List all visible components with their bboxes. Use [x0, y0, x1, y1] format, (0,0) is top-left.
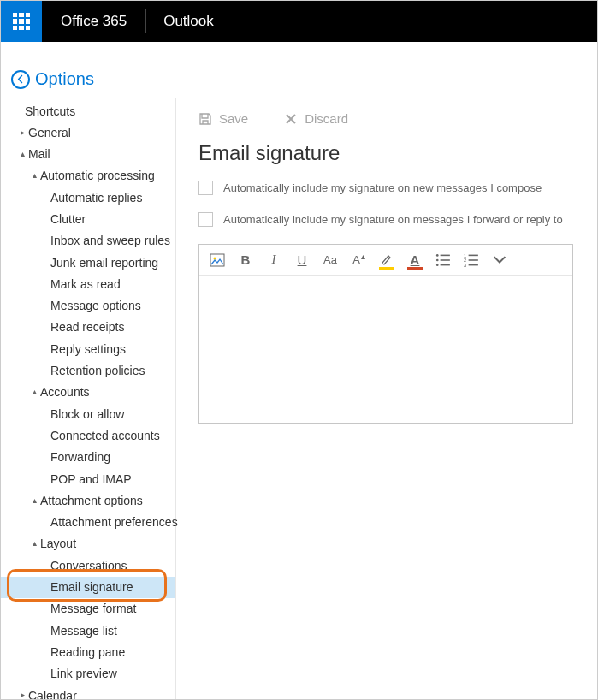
svg-point-4: [436, 258, 439, 261]
sidebar-group-accounts[interactable]: ▴Accounts: [1, 382, 175, 403]
underline-button[interactable]: U: [294, 252, 310, 268]
italic-button[interactable]: I: [266, 252, 281, 268]
sidebar-item-block-allow[interactable]: Block or allow: [1, 403, 175, 424]
svg-rect-0: [210, 254, 224, 266]
svg-point-1: [214, 257, 216, 259]
bullet-list-icon: [435, 252, 451, 268]
sidebar-item-clutter[interactable]: Clutter: [1, 208, 175, 229]
checkbox-label-forward: Automatically include my signature on me…: [223, 213, 563, 226]
svg-point-2: [436, 254, 439, 257]
save-icon: [198, 112, 212, 126]
top-bar: Office 365 Outlook: [1, 1, 597, 42]
sidebar-item-shortcuts[interactable]: Shortcuts: [1, 100, 175, 122]
waffle-icon: [13, 13, 30, 30]
svg-rect-7: [441, 264, 450, 265]
sidebar-item-calendar[interactable]: ▸Calendar: [1, 685, 175, 700]
svg-rect-3: [441, 254, 450, 256]
number-list-icon: 123: [464, 252, 479, 268]
sidebar-item-message-options[interactable]: Message options: [1, 295, 175, 317]
sidebar-item-inbox-sweep-rules[interactable]: Inbox and sweep rules: [1, 230, 175, 252]
image-icon: [210, 252, 225, 268]
app-name-label[interactable]: Outlook: [146, 13, 231, 30]
checkbox-include-new[interactable]: [198, 181, 213, 195]
close-icon: [284, 112, 298, 126]
sidebar-item-automatic-replies[interactable]: Automatic replies: [1, 187, 175, 208]
caret-down-icon: ▴: [30, 495, 38, 507]
sidebar-item-conversations[interactable]: Conversations: [1, 555, 175, 576]
sidebar-item-mail[interactable]: ▴Mail: [1, 144, 175, 165]
page-title: Email signature: [198, 141, 573, 181]
numbered-list-button[interactable]: 123: [464, 252, 479, 268]
editor-toolbar: B I U Aa A▴ A 123: [199, 245, 572, 276]
svg-rect-13: [469, 264, 478, 265]
discard-button[interactable]: Discard: [284, 111, 348, 126]
more-formatting-button[interactable]: [492, 252, 507, 268]
checkbox-include-forward[interactable]: [198, 212, 213, 227]
sidebar-item-reply-settings[interactable]: Reply settings: [1, 338, 175, 359]
chevron-down-icon: [492, 252, 507, 268]
svg-point-6: [436, 264, 439, 266]
sidebar-item-general[interactable]: ▸General: [1, 122, 175, 143]
content-pane: Save Discard Email signature Automatical…: [176, 98, 597, 700]
caret-right-icon: ▸: [18, 127, 27, 139]
sidebar-item-message-format[interactable]: Message format: [1, 598, 175, 620]
sidebar-item-read-receipts[interactable]: Read receipts: [1, 317, 175, 338]
highlight-icon: [380, 253, 394, 267]
sidebar-item-mark-as-read[interactable]: Mark as read: [1, 273, 175, 294]
sidebar-item-forwarding[interactable]: Forwarding: [1, 447, 175, 468]
sidebar-item-junk-email[interactable]: Junk email reporting: [1, 252, 175, 273]
options-back-link[interactable]: Options: [1, 42, 597, 98]
sidebar-item-pop-imap[interactable]: POP and IMAP: [1, 468, 175, 489]
caret-down-icon: ▴: [30, 386, 38, 399]
case-button[interactable]: Aa: [323, 252, 338, 268]
signature-editor: B I U Aa A▴ A 123: [198, 244, 573, 424]
svg-text:3: 3: [464, 262, 466, 267]
save-button[interactable]: Save: [198, 111, 248, 126]
insert-image-button[interactable]: [210, 252, 225, 268]
options-sidebar: Shortcuts ▸General ▴Mail ▴Automatic proc…: [1, 98, 176, 700]
sidebar-item-retention-policies[interactable]: Retention policies: [1, 360, 175, 382]
bold-button[interactable]: B: [238, 252, 253, 268]
highlight-button[interactable]: [379, 252, 394, 268]
back-arrow-icon: [11, 70, 30, 89]
checkbox-label-new: Automatically include my signature on ne…: [223, 181, 542, 194]
caret-down-icon: ▴: [18, 148, 27, 161]
sidebar-group-attachment-options[interactable]: ▴Attachment options: [1, 489, 175, 511]
font-color-button[interactable]: A: [407, 252, 423, 268]
sidebar-item-message-list[interactable]: Message list: [1, 620, 175, 641]
bulleted-list-button[interactable]: [435, 252, 451, 268]
signature-textarea[interactable]: [199, 276, 572, 423]
sidebar-item-reading-pane[interactable]: Reading pane: [1, 641, 175, 662]
sidebar-group-layout[interactable]: ▴Layout: [1, 533, 175, 555]
caret-down-icon: ▴: [30, 169, 38, 182]
svg-rect-11: [469, 259, 478, 261]
sidebar-item-attachment-preferences[interactable]: Attachment preferences: [1, 512, 175, 533]
caret-right-icon: ▸: [18, 689, 27, 700]
brand-label[interactable]: Office 365: [42, 1, 145, 42]
sidebar-group-automatic-processing[interactable]: ▴Automatic processing: [1, 165, 175, 187]
svg-rect-9: [469, 254, 478, 256]
sidebar-item-email-signature[interactable]: Email signature: [1, 577, 175, 598]
svg-rect-5: [441, 259, 450, 261]
font-size-button[interactable]: A▴: [351, 252, 366, 268]
app-launcher-button[interactable]: [1, 1, 42, 42]
sidebar-item-connected-accounts[interactable]: Connected accounts: [1, 424, 175, 446]
caret-down-icon: ▴: [30, 537, 38, 550]
sidebar-item-link-preview[interactable]: Link preview: [1, 663, 175, 685]
options-label: Options: [35, 69, 94, 89]
